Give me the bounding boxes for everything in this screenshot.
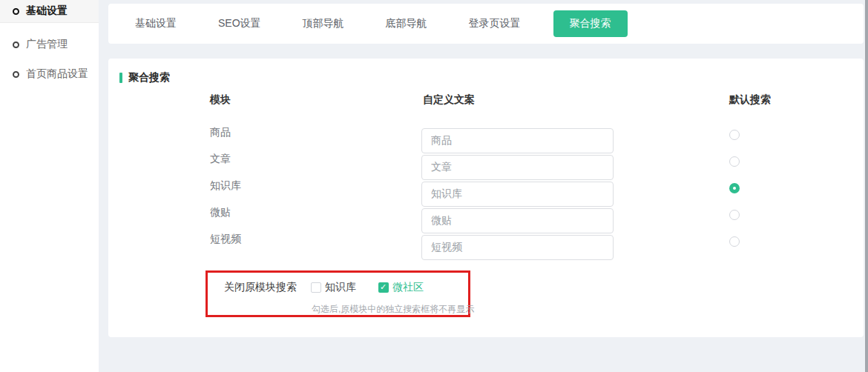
module-label: 知识库	[210, 178, 241, 193]
default-search-radio[interactable]	[729, 183, 740, 193]
circle-icon	[13, 71, 19, 78]
close-module-row: 关闭原模块搜索 知识库 微社区	[224, 280, 446, 295]
table-row: 商品	[108, 123, 864, 150]
section-title-text: 聚合搜索	[128, 71, 170, 84]
sidebar: 基础设置 广告管理 首页商品设置	[0, 0, 99, 372]
col-header-custom-text: 自定义文案	[423, 93, 475, 107]
page: 基础设置 广告管理 首页商品设置 基础设置 SEO设置 顶部导航 底部导航 登录…	[0, 0, 868, 372]
checkbox-icon	[378, 282, 389, 293]
sidebar-item-label: 广告管理	[26, 38, 68, 51]
checkbox-knowledge-base[interactable]: 知识库	[311, 281, 356, 294]
tab-basic-settings[interactable]: 基础设置	[126, 11, 185, 36]
circle-icon	[13, 8, 19, 15]
tab-seo-settings[interactable]: SEO设置	[209, 11, 270, 36]
checkbox-label: 微社区	[392, 281, 424, 294]
default-search-radio[interactable]	[729, 210, 740, 220]
col-header-default-search: 默认搜索	[729, 93, 771, 107]
checkbox-icon	[311, 282, 321, 293]
scrollbar[interactable]	[865, 0, 868, 372]
aggregate-search-panel: 聚合搜索 模块 自定义文案 默认搜索 商品 文章 知识库	[108, 59, 864, 337]
sidebar-item-home-product-settings[interactable]: 首页商品设置	[0, 59, 99, 89]
settings-tabs-bar: 基础设置 SEO设置 顶部导航 底部导航 登录页设置 聚合搜索	[108, 4, 864, 44]
circle-icon	[13, 41, 19, 48]
tab-top-nav[interactable]: 顶部导航	[294, 11, 353, 36]
table-header-row: 模块 自定义文案 默认搜索	[108, 93, 864, 108]
tab-aggregate-search[interactable]: 聚合搜索	[553, 10, 628, 37]
tab-login-page-settings[interactable]: 登录页设置	[460, 11, 530, 36]
sidebar-item-label: 首页商品设置	[26, 67, 88, 81]
annotation-red-box: 关闭原模块搜索 知识库 微社区 勾选后,原模块中的独立搜索框将不再显示	[206, 270, 470, 317]
checkbox-label: 知识库	[325, 281, 356, 294]
custom-text-input[interactable]	[421, 235, 614, 260]
section-bar-icon	[119, 73, 122, 83]
sidebar-item-basic-settings[interactable]: 基础设置	[0, 0, 99, 23]
table-row: 知识库	[108, 176, 864, 203]
close-module-hint: 勾选后,原模块中的独立搜索框将不再显示	[312, 303, 474, 316]
module-rows: 商品 文章 知识库 微贴 短视频	[108, 123, 864, 256]
close-module-label: 关闭原模块搜索	[224, 281, 297, 294]
section-title: 聚合搜索	[119, 71, 170, 84]
table-row: 微贴	[108, 203, 864, 230]
sidebar-item-label: 基础设置	[26, 4, 68, 18]
module-label: 短视频	[210, 231, 241, 246]
checkbox-micro-community[interactable]: 微社区	[378, 281, 424, 294]
table-row: 短视频	[108, 230, 864, 256]
module-label: 商品	[210, 124, 231, 139]
table-row: 文章	[108, 150, 864, 176]
module-label: 文章	[210, 151, 231, 166]
tab-bottom-nav[interactable]: 底部导航	[377, 11, 436, 36]
default-search-radio[interactable]	[729, 130, 740, 140]
col-header-module: 模块	[210, 93, 231, 107]
module-label: 微贴	[210, 205, 231, 219]
sidebar-item-ad-management[interactable]: 广告管理	[0, 30, 99, 59]
default-search-radio[interactable]	[729, 236, 740, 247]
default-search-radio[interactable]	[729, 156, 740, 167]
